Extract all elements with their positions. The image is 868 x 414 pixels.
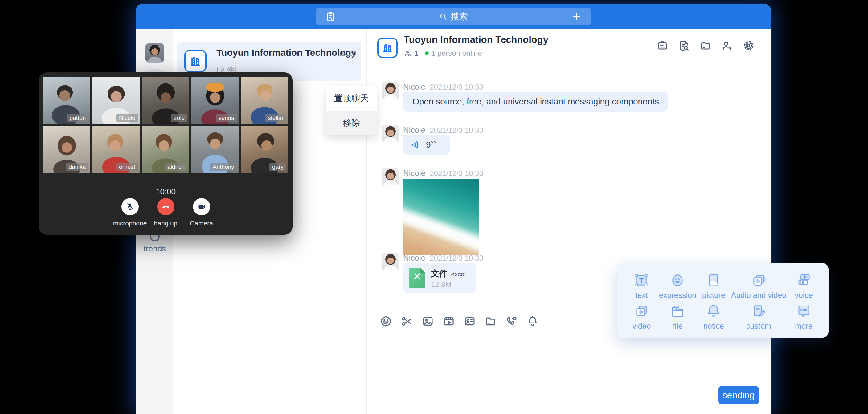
members-icon xyxy=(404,49,412,57)
chat-history-search-icon[interactable] xyxy=(678,40,690,52)
panel-item-picture[interactable]: picture xyxy=(696,270,731,301)
camera-toggle-button[interactable] xyxy=(193,198,210,215)
participant-name: patton xyxy=(67,114,89,122)
panel-item-video[interactable]: video xyxy=(624,301,659,332)
file-size: 12.8M xyxy=(431,280,452,289)
file-icon xyxy=(670,303,685,319)
message-meta: Nicole2021/12/3 10:33 xyxy=(403,168,483,178)
top-bar: 搜索 xyxy=(136,4,771,29)
call-controls: microphone hang up Camera xyxy=(39,198,292,227)
send-button[interactable]: sending xyxy=(718,386,759,404)
panel-item-file[interactable]: file xyxy=(659,301,696,332)
participant-video: gary xyxy=(241,126,288,173)
audio-video-icon xyxy=(750,272,767,288)
menu-item-remove[interactable]: 移除 xyxy=(326,110,377,135)
participant-video: patton xyxy=(43,77,90,124)
hang-up-label: hang up xyxy=(154,220,178,227)
microphone-toggle-button[interactable] xyxy=(121,198,139,215)
participant-name: stellar xyxy=(265,114,286,122)
message-time: 2021/12/3 10:33 xyxy=(430,83,483,91)
group-files-icon[interactable] xyxy=(700,40,711,52)
voice-message-bubble[interactable]: 9`` xyxy=(403,135,450,155)
online-status: 1 person online xyxy=(431,49,482,58)
panel-item-custom[interactable]: custom xyxy=(731,301,786,332)
sender-avatar xyxy=(381,125,400,142)
image-icon[interactable] xyxy=(422,315,434,327)
group-notice-icon[interactable] xyxy=(656,40,668,52)
sender-name: Nicole xyxy=(403,125,425,135)
participant-grid: patton Nicole zole venus stellar danika … xyxy=(43,77,288,173)
panel-item-expression[interactable]: expression xyxy=(659,270,696,301)
sender-name: Nicole xyxy=(403,82,425,92)
image-message-beach-photo[interactable] xyxy=(403,179,479,255)
panel-item-notice[interactable]: notice xyxy=(696,301,731,332)
participant-video: venus xyxy=(191,77,239,124)
message-meta: Nicole2021/12/3 10:33 xyxy=(403,253,483,263)
file-ext: .excel xyxy=(450,271,465,278)
panel-item-voice[interactable]: voice xyxy=(786,270,821,301)
search-bar[interactable]: 搜索 xyxy=(316,8,591,25)
voice-wave-icon xyxy=(410,139,421,150)
message-meta: Nicole2021/12/3 10:33 xyxy=(403,82,483,92)
call-records-icon[interactable] xyxy=(325,11,337,22)
sidebar-item-trends[interactable]: trends xyxy=(136,232,173,254)
search-icon xyxy=(439,12,447,21)
participant-name: Anthony xyxy=(210,163,237,171)
conversation-time: 15:20 xyxy=(338,49,356,58)
group-call-window: patton Nicole zole venus stellar danika … xyxy=(39,72,292,235)
add-icon[interactable] xyxy=(569,11,582,22)
folder-icon[interactable] xyxy=(485,315,497,327)
hang-up-button[interactable] xyxy=(157,198,175,215)
picture-icon xyxy=(706,272,721,288)
participant-name: Nicole xyxy=(116,114,138,122)
file-name: 文件 xyxy=(431,269,447,278)
notice-bell-icon xyxy=(706,303,721,319)
panel-item-audio-video[interactable]: Audio and video xyxy=(731,270,786,301)
context-menu: 置顶聊天 移除 xyxy=(326,86,377,135)
sender-avatar xyxy=(381,168,400,186)
participant-video: Anthony xyxy=(191,126,239,173)
search-input[interactable]: 搜索 xyxy=(337,11,569,23)
sender-name: Nicole xyxy=(403,168,425,178)
video-call-icon[interactable] xyxy=(505,315,518,327)
search-placeholder: 搜索 xyxy=(451,11,468,23)
participant-video: aldrich xyxy=(142,126,189,173)
text-message-bubble: Open source, free, and universal instant… xyxy=(403,92,668,112)
microphone-label: microphone xyxy=(113,220,147,227)
menu-item-pin-chat[interactable]: 置顶聊天 xyxy=(326,86,377,110)
participant-video: zole xyxy=(142,77,189,124)
member-count: 1 xyxy=(414,49,418,58)
more-icon xyxy=(796,303,812,319)
screenshot-scissors-icon[interactable] xyxy=(401,315,413,327)
building-icon xyxy=(381,41,394,54)
add-member-icon[interactable] xyxy=(721,40,733,52)
participant-video: Nicole xyxy=(92,77,140,124)
call-timer: 10:00 xyxy=(39,187,292,196)
emoji-icon[interactable] xyxy=(380,315,392,327)
file-message-card[interactable]: ✕ 文件.excel 12.8M xyxy=(403,263,476,293)
message-time: 2021/12/3 10:33 xyxy=(430,126,483,134)
text-icon xyxy=(633,272,649,288)
my-avatar[interactable] xyxy=(145,43,164,63)
contact-card-icon[interactable] xyxy=(464,315,476,327)
video-icon xyxy=(633,303,649,319)
chat-header: Tuoyun Information Technology 1 1 person… xyxy=(367,29,771,65)
group-avatar xyxy=(184,50,207,72)
participant-name: danika xyxy=(66,163,89,171)
composer-toolbar xyxy=(380,315,539,327)
video-clip-icon[interactable] xyxy=(443,315,455,327)
excel-file-icon: ✕ xyxy=(409,268,425,288)
participant-name: ernest xyxy=(116,163,138,171)
participant-name: gary xyxy=(270,163,286,171)
panel-item-text[interactable]: text xyxy=(624,270,659,301)
conversation-name: Tuoyun Information Technology xyxy=(216,47,356,58)
panel-item-more[interactable]: more xyxy=(786,301,821,332)
expression-icon xyxy=(670,272,685,288)
sender-avatar xyxy=(381,253,400,270)
participant-video: ernest xyxy=(92,126,140,173)
notification-bell-icon[interactable] xyxy=(526,315,539,327)
settings-gear-icon[interactable] xyxy=(743,40,754,52)
participant-name: aldrich xyxy=(164,163,187,171)
participant-name: zole xyxy=(171,114,187,122)
online-dot xyxy=(425,52,429,55)
